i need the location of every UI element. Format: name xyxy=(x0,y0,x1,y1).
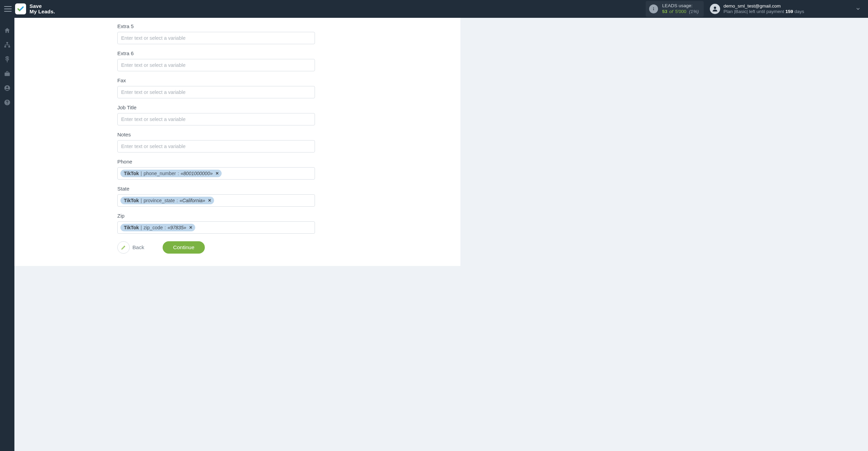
form-area: Extra 5Extra 6FaxJob TitleNotesPhoneTikT… xyxy=(117,18,315,254)
checkmark-icon xyxy=(17,5,24,13)
chip-value: «97835» xyxy=(167,225,186,230)
field-input-extra6[interactable] xyxy=(117,59,315,71)
chip-value: «8001000000» xyxy=(181,171,213,176)
chip-separator: | xyxy=(141,198,142,203)
variable-chip[interactable]: TikTok | phone_number: «8001000000»✕ xyxy=(120,170,222,177)
usage-title: LEADS usage: xyxy=(662,3,699,9)
help-icon[interactable] xyxy=(3,99,11,106)
chip-source: TikTok xyxy=(124,198,139,203)
field-label-fax: Fax xyxy=(117,77,315,83)
field-group-state: StateTikTok | province_state: «Californi… xyxy=(117,186,315,207)
main-content: Extra 5Extra 6FaxJob TitleNotesPhoneTikT… xyxy=(14,18,868,451)
chip-remove-icon[interactable]: ✕ xyxy=(215,171,219,176)
svg-rect-1 xyxy=(653,9,654,10)
chip-value: «California» xyxy=(179,198,205,203)
sidebar xyxy=(0,18,14,451)
field-group-zip: ZipTikTok | zip_code: «97835»✕ xyxy=(117,213,315,234)
text-input-extra5[interactable] xyxy=(120,34,312,42)
field-label-zip: Zip xyxy=(117,213,315,219)
field-input-fax[interactable] xyxy=(117,86,315,98)
chip-source: TikTok xyxy=(124,171,139,176)
topbar: Save My Leads. LEADS usage: 53 of 5'000 … xyxy=(0,0,868,18)
field-group-extra6: Extra 6 xyxy=(117,50,315,71)
usage-current: 53 xyxy=(662,9,667,14)
field-input-zip[interactable]: TikTok | zip_code: «97835»✕ xyxy=(117,221,315,234)
field-input-state[interactable]: TikTok | province_state: «California»✕ xyxy=(117,194,315,207)
menu-toggle[interactable] xyxy=(4,6,12,12)
svg-point-0 xyxy=(653,7,654,8)
topbar-right: LEADS usage: 53 of 5'000 (1%) demo_sml_t… xyxy=(646,1,868,17)
field-label-state: State xyxy=(117,186,315,192)
account-plan: Plan |Basic| left until payment 159 days xyxy=(724,9,804,14)
field-group-jobtitle: Job Title xyxy=(117,105,315,125)
chip-separator: | xyxy=(141,225,142,230)
chip-field: province_state xyxy=(143,198,175,203)
svg-rect-3 xyxy=(7,42,8,44)
text-input-notes[interactable] xyxy=(120,142,312,150)
field-label-phone: Phone xyxy=(117,159,315,164)
plan-prefix: Plan | xyxy=(724,9,735,14)
chip-separator: | xyxy=(141,171,142,176)
usage-percent: (1%) xyxy=(689,9,699,14)
plan-days-suffix: days xyxy=(794,9,804,14)
field-label-notes: Notes xyxy=(117,132,315,137)
plan-mid: | left until payment xyxy=(747,9,784,14)
topbar-left: Save My Leads. xyxy=(0,3,55,15)
field-label-jobtitle: Job Title xyxy=(117,105,315,110)
dollar-icon[interactable] xyxy=(3,56,11,63)
chip-colon: : xyxy=(177,198,178,203)
variable-chip[interactable]: TikTok | province_state: «California»✕ xyxy=(120,197,214,204)
field-group-phone: PhoneTikTok | phone_number: «8001000000»… xyxy=(117,159,315,180)
text-input-fax[interactable] xyxy=(120,88,312,96)
svg-point-10 xyxy=(7,103,8,104)
briefcase-icon[interactable] xyxy=(3,70,11,77)
account-menu[interactable]: demo_sml_test@gmail.com Plan |Basic| lef… xyxy=(710,3,860,14)
button-row: BackContinue xyxy=(117,241,315,254)
pencil-icon xyxy=(117,241,130,254)
brand-line2: My Leads. xyxy=(30,9,55,15)
sitemap-icon[interactable] xyxy=(3,41,11,49)
back-button[interactable]: Back xyxy=(117,241,144,254)
text-input-jobtitle[interactable] xyxy=(120,115,312,123)
chip-field: phone_number xyxy=(143,171,176,176)
chip-colon: : xyxy=(165,225,166,230)
chip-remove-icon[interactable]: ✕ xyxy=(208,198,211,203)
svg-rect-6 xyxy=(5,73,10,76)
field-input-notes[interactable] xyxy=(117,140,315,153)
usage-text: LEADS usage: 53 of 5'000 (1%) xyxy=(662,3,699,15)
chip-remove-icon[interactable]: ✕ xyxy=(189,225,192,230)
usage-of: of xyxy=(669,9,673,14)
field-input-extra5[interactable] xyxy=(117,32,315,44)
svg-point-8 xyxy=(7,86,8,88)
account-text: demo_sml_test@gmail.com Plan |Basic| lef… xyxy=(724,3,804,14)
chip-source: TikTok xyxy=(124,225,139,230)
field-label-extra5: Extra 5 xyxy=(117,23,315,29)
user-icon xyxy=(712,5,718,12)
account-email: demo_sml_test@gmail.com xyxy=(724,3,804,9)
usage-widget[interactable]: LEADS usage: 53 of 5'000 (1%) xyxy=(646,1,704,17)
svg-point-2 xyxy=(714,7,716,9)
app-logo[interactable] xyxy=(15,3,26,14)
text-input-extra6[interactable] xyxy=(120,61,312,69)
continue-button[interactable]: Continue xyxy=(163,241,204,254)
field-input-phone[interactable]: TikTok | phone_number: «8001000000»✕ xyxy=(117,167,315,180)
form-card: Extra 5Extra 6FaxJob TitleNotesPhoneTikT… xyxy=(14,18,460,266)
brand-line1: Save xyxy=(30,3,55,9)
field-label-extra6: Extra 6 xyxy=(117,50,315,56)
chip-colon: : xyxy=(178,171,179,176)
variable-chip[interactable]: TikTok | zip_code: «97835»✕ xyxy=(120,224,195,231)
brand-name: Save My Leads. xyxy=(30,3,55,15)
back-label: Back xyxy=(132,244,144,251)
field-group-fax: Fax xyxy=(117,77,315,98)
user-circle-icon[interactable] xyxy=(3,84,11,92)
plan-name: Basic xyxy=(735,9,747,14)
field-input-jobtitle[interactable] xyxy=(117,113,315,125)
field-group-extra5: Extra 5 xyxy=(117,23,315,44)
chevron-down-icon xyxy=(856,7,860,11)
avatar xyxy=(710,4,720,14)
shell: Extra 5Extra 6FaxJob TitleNotesPhoneTikT… xyxy=(0,18,868,451)
usage-values: 53 of 5'000 (1%) xyxy=(662,9,699,15)
svg-rect-4 xyxy=(4,46,6,47)
info-icon xyxy=(649,4,658,13)
home-icon[interactable] xyxy=(3,27,11,34)
